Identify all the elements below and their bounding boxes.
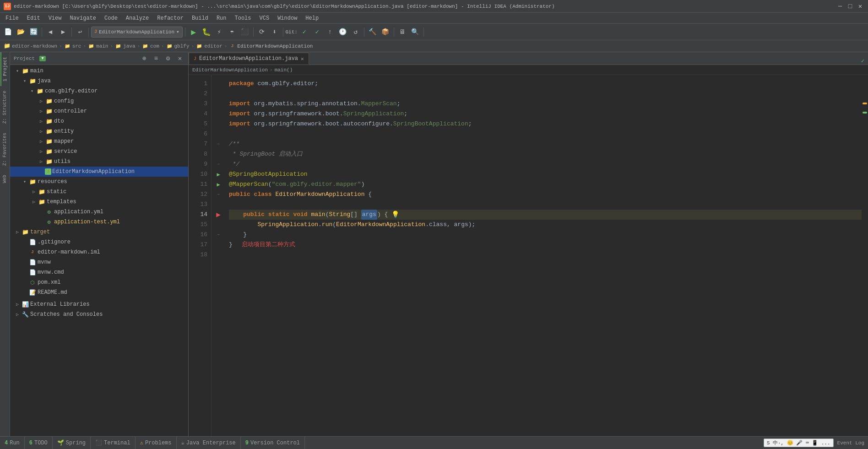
- menu-run[interactable]: Run: [213, 14, 230, 22]
- toolbar-coverage-button[interactable]: ☂: [226, 26, 238, 38]
- collapse-all-btn[interactable]: ≡: [152, 54, 161, 63]
- tree-mvnw-cmd[interactable]: ▷ 📄 mvnw.cmd: [10, 267, 188, 277]
- toolbar-archive[interactable]: 📦: [380, 26, 391, 38]
- run-14-arrow[interactable]: ▶: [216, 210, 221, 219]
- toolbar-terminal[interactable]: 🖥: [396, 26, 408, 38]
- tab-close-btn[interactable]: ✕: [301, 56, 304, 62]
- maximize-button[interactable]: □: [846, 2, 854, 11]
- tree-resources[interactable]: ▾ 📁 resources: [10, 177, 188, 187]
- tree-scratches[interactable]: ▷ 🔧 Scratches and Consoles: [10, 309, 188, 319]
- menu-tools[interactable]: Tools: [231, 14, 255, 22]
- toolbar-git-history[interactable]: 🕐: [337, 26, 349, 38]
- menu-build[interactable]: Build: [188, 14, 212, 22]
- bc-gblfy[interactable]: gblfy: [174, 43, 190, 49]
- structure-tab[interactable]: Z: Structure: [1, 86, 9, 128]
- locate-file-btn[interactable]: ⊕: [140, 54, 149, 63]
- minimize-button[interactable]: ─: [836, 2, 844, 11]
- toolbar-git-check2[interactable]: ✓: [311, 26, 323, 38]
- toolbar-open[interactable]: 📂: [15, 26, 27, 38]
- toolbar-build-btn[interactable]: 🔨: [367, 26, 379, 38]
- menu-code[interactable]: Code: [101, 14, 121, 22]
- tree-iml[interactable]: ▷ J editor-markdown.iml: [10, 247, 188, 257]
- menu-view[interactable]: View: [45, 14, 65, 22]
- tree-main-class[interactable]: ▷ J EditorMarkdownApplication: [10, 167, 188, 177]
- toolbar-git-update[interactable]: ↑: [324, 26, 336, 38]
- toolbar-step-into[interactable]: ⬇: [269, 26, 281, 38]
- editor-bc-method[interactable]: main(): [275, 67, 293, 73]
- menu-analyze[interactable]: Analyze: [122, 14, 152, 22]
- tree-entity[interactable]: ▷ 📁 entity: [10, 126, 188, 136]
- window-controls[interactable]: ─ □ ✕: [836, 2, 864, 11]
- close-button[interactable]: ✕: [856, 2, 864, 11]
- tree-controller[interactable]: ▷ 📁 controller: [10, 106, 188, 116]
- bc-main[interactable]: main: [96, 43, 108, 49]
- project-tab[interactable]: 1 Project: [0, 52, 9, 86]
- tree-static[interactable]: ▷ 📁 static: [10, 187, 188, 197]
- event-log-btn[interactable]: Event Log: [837, 440, 864, 446]
- toolbar-git[interactable]: Git:: [286, 26, 298, 38]
- menu-navigate[interactable]: Navigate: [66, 14, 100, 22]
- settings-btn[interactable]: ⚙: [163, 54, 173, 63]
- bottom-tab-todo[interactable]: 6 TODO: [25, 437, 53, 449]
- close-panel-btn[interactable]: ✕: [175, 54, 184, 63]
- run-11[interactable]: ▶: [217, 181, 220, 188]
- tree-readme[interactable]: ▷ 📝 README.md: [10, 287, 188, 298]
- toolbar-git-revert[interactable]: ↺: [350, 26, 362, 38]
- bulb-icon-14[interactable]: 💡: [391, 210, 399, 220]
- editor-tab-main[interactable]: J EditorMarkdownApplication.java ✕: [189, 53, 309, 65]
- toolbar-step-over[interactable]: ⟳: [256, 26, 268, 38]
- tree-mvnw[interactable]: ▷ 📄 mvnw: [10, 257, 188, 267]
- menu-window[interactable]: Window: [274, 14, 301, 22]
- bottom-tab-problems[interactable]: ⚠ Problems: [136, 437, 177, 449]
- tree-target[interactable]: ▷ 📁 target: [10, 227, 188, 237]
- menu-file[interactable]: File: [2, 14, 22, 22]
- favorites-tab[interactable]: Z: Favorites: [1, 128, 9, 170]
- toolbar-forward[interactable]: ▶: [57, 26, 69, 38]
- fold-7[interactable]: −: [217, 142, 220, 147]
- tree-utils[interactable]: ▷ 📁 utils: [10, 157, 188, 167]
- tree-main[interactable]: ▾ 📁 main: [10, 66, 188, 76]
- menu-edit[interactable]: Edit: [23, 14, 44, 22]
- bottom-tab-run[interactable]: 4 Run: [0, 437, 25, 449]
- fold-16[interactable]: −: [217, 233, 220, 238]
- bc-editor-markdown[interactable]: editor-markdown: [12, 43, 57, 49]
- toolbar-run-button[interactable]: ▶: [188, 26, 200, 38]
- web-tab[interactable]: Web: [1, 170, 9, 188]
- toolbar-undo[interactable]: ↩: [74, 26, 86, 38]
- menu-refactor[interactable]: Refactor: [153, 14, 187, 22]
- tree-app-test-yml[interactable]: ▷ ⚙ application-test.yml: [10, 217, 188, 227]
- toolbar-search[interactable]: 🔍: [409, 26, 421, 38]
- toolbar-sync[interactable]: 🔄: [27, 26, 39, 38]
- tree-gitignore[interactable]: ▷ 📄 .gitignore: [10, 237, 188, 247]
- run-config-dropdown[interactable]: J EditorMarkdownApplication ▾: [91, 27, 183, 38]
- toolbar-stop-button[interactable]: ⬛: [239, 26, 251, 38]
- editor-bc-class[interactable]: EditorMarkdownApplication: [192, 67, 268, 73]
- bc-com[interactable]: com: [150, 43, 159, 49]
- tree-com-gblfy[interactable]: ▾ 📁 com.gblfy.editor: [10, 86, 188, 96]
- fold-9[interactable]: −: [217, 162, 220, 167]
- tree-mapper[interactable]: ▷ 📁 mapper: [10, 136, 188, 146]
- toolbar-back[interactable]: ◀: [44, 26, 56, 38]
- tree-service[interactable]: ▷ 📁 service: [10, 146, 188, 157]
- tree-templates[interactable]: ▷ 📁 templates: [10, 197, 188, 207]
- fold-12[interactable]: −: [217, 192, 220, 197]
- tree-external-libs[interactable]: ▷ 📊 External Libraries: [10, 299, 188, 309]
- tree-dto[interactable]: ▷ 📁 dto: [10, 116, 188, 126]
- ime-indicator[interactable]: S 中·, 😊 🎤 ⌨ 📱 ...: [764, 438, 834, 447]
- bc-src[interactable]: src: [72, 43, 81, 49]
- tree-java[interactable]: ▾ 📁 java: [10, 76, 188, 86]
- tree-pom[interactable]: ▷ ⬡ pom.xml: [10, 277, 188, 287]
- bc-file[interactable]: EditorMarkdownApplication: [237, 43, 313, 49]
- toolbar-git-check[interactable]: ✓: [298, 26, 310, 38]
- run-10[interactable]: ▶: [217, 171, 220, 178]
- bottom-tab-spring[interactable]: 🌱 Spring: [53, 437, 91, 449]
- bottom-tab-vcs[interactable]: 9 Version Control: [241, 437, 305, 449]
- bottom-tab-terminal[interactable]: ⬛ Terminal: [91, 437, 136, 449]
- toolbar-new-file[interactable]: 📄: [2, 26, 14, 38]
- tree-app-yml[interactable]: ▷ ⚙ application.yml: [10, 207, 188, 217]
- code-area[interactable]: package com.gblfy.editor; import org.myb…: [225, 75, 862, 436]
- bc-editor[interactable]: editor: [204, 43, 222, 49]
- toolbar-profile-button[interactable]: ⚡: [213, 26, 225, 38]
- tree-config[interactable]: ▷ 📁 config: [10, 96, 188, 106]
- menu-vcs[interactable]: VCS: [256, 14, 273, 22]
